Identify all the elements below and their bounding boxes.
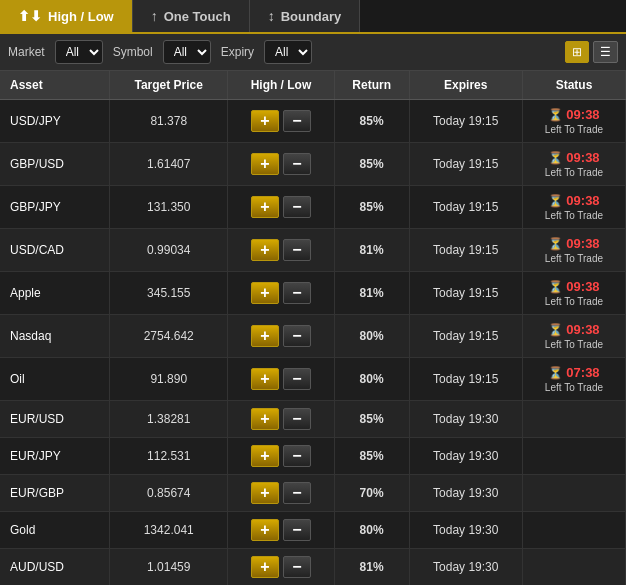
boundary-icon: ↕ xyxy=(268,8,275,24)
return-percent: 81% xyxy=(334,549,409,586)
low-button[interactable]: − xyxy=(283,519,311,541)
high-low-buttons: +− xyxy=(228,229,335,272)
expires-time: Today 19:15 xyxy=(409,143,522,186)
high-button[interactable]: + xyxy=(251,445,279,467)
status-text: Left To Trade xyxy=(545,296,603,307)
target-price: 91.890 xyxy=(110,358,228,401)
high-button[interactable]: + xyxy=(251,482,279,504)
tab-high-low[interactable]: ⬆⬇ High / Low xyxy=(0,0,133,32)
table-row: AUD/USD1.01459+−81%Today 19:30 xyxy=(0,549,626,586)
view-icons: ⊞ ☰ xyxy=(565,41,618,63)
high-low-buttons: +− xyxy=(228,438,335,475)
low-button[interactable]: − xyxy=(283,556,311,578)
tab-boundary[interactable]: ↕ Boundary xyxy=(250,0,361,32)
asset-name: EUR/GBP xyxy=(0,475,110,512)
high-button[interactable]: + xyxy=(251,239,279,261)
expires-time: Today 19:30 xyxy=(409,438,522,475)
status-cell xyxy=(522,438,625,475)
low-button[interactable]: − xyxy=(283,368,311,390)
high-low-buttons: +− xyxy=(228,100,335,143)
tab-one-touch[interactable]: ↑ One Touch xyxy=(133,0,250,32)
expires-time: Today 19:15 xyxy=(409,186,522,229)
high-low-buttons: +− xyxy=(228,186,335,229)
low-button[interactable]: − xyxy=(283,445,311,467)
high-button[interactable]: + xyxy=(251,368,279,390)
symbol-select[interactable]: All xyxy=(163,40,211,64)
status-cell: ⏳09:38Left To Trade xyxy=(522,186,625,229)
return-percent: 70% xyxy=(334,475,409,512)
low-button[interactable]: − xyxy=(283,239,311,261)
high-button[interactable]: + xyxy=(251,325,279,347)
table-row: GBP/JPY131.350+−85%Today 19:15⏳09:38Left… xyxy=(0,186,626,229)
asset-name: USD/CAD xyxy=(0,229,110,272)
expires-time: Today 19:15 xyxy=(409,358,522,401)
table-row: EUR/JPY112.531+−85%Today 19:30 xyxy=(0,438,626,475)
table-header-row: Asset Target Price High / Low Return Exp… xyxy=(0,71,626,100)
status-time: 07:38 xyxy=(566,365,599,380)
status-cell: ⏳09:38Left To Trade xyxy=(522,143,625,186)
low-button[interactable]: − xyxy=(283,153,311,175)
return-percent: 85% xyxy=(334,100,409,143)
col-expires: Expires xyxy=(409,71,522,100)
low-button[interactable]: − xyxy=(283,325,311,347)
status-cell xyxy=(522,512,625,549)
high-button[interactable]: + xyxy=(251,110,279,132)
status-text: Left To Trade xyxy=(545,253,603,264)
table-row: EUR/USD1.38281+−85%Today 19:30 xyxy=(0,401,626,438)
expires-time: Today 19:15 xyxy=(409,100,522,143)
target-price: 1342.041 xyxy=(110,512,228,549)
status-cell: ⏳09:38Left To Trade xyxy=(522,100,625,143)
return-percent: 85% xyxy=(334,143,409,186)
col-status: Status xyxy=(522,71,625,100)
expiry-select[interactable]: All xyxy=(264,40,312,64)
table-row: GBP/USD1.61407+−85%Today 19:15⏳09:38Left… xyxy=(0,143,626,186)
high-button[interactable]: + xyxy=(251,282,279,304)
asset-name: Apple xyxy=(0,272,110,315)
status-time: 09:38 xyxy=(566,193,599,208)
return-percent: 80% xyxy=(334,358,409,401)
status-cell: ⏳07:38Left To Trade xyxy=(522,358,625,401)
tab-bar: ⬆⬇ High / Low ↑ One Touch ↕ Boundary xyxy=(0,0,626,34)
table-row: Apple345.155+−81%Today 19:15⏳09:38Left T… xyxy=(0,272,626,315)
expires-time: Today 19:15 xyxy=(409,229,522,272)
low-button[interactable]: − xyxy=(283,282,311,304)
status-cell xyxy=(522,549,625,586)
target-price: 112.531 xyxy=(110,438,228,475)
table-row: Oil91.890+−80%Today 19:15⏳07:38Left To T… xyxy=(0,358,626,401)
status-text: Left To Trade xyxy=(545,339,603,350)
asset-name: EUR/USD xyxy=(0,401,110,438)
high-button[interactable]: + xyxy=(251,196,279,218)
table-row: EUR/GBP0.85674+−70%Today 19:30 xyxy=(0,475,626,512)
table-row: USD/CAD0.99034+−81%Today 19:15⏳09:38Left… xyxy=(0,229,626,272)
low-button[interactable]: − xyxy=(283,196,311,218)
asset-name: USD/JPY xyxy=(0,100,110,143)
expires-time: Today 19:30 xyxy=(409,475,522,512)
expires-time: Today 19:30 xyxy=(409,512,522,549)
low-button[interactable]: − xyxy=(283,110,311,132)
high-button[interactable]: + xyxy=(251,408,279,430)
list-view-button[interactable]: ☰ xyxy=(593,41,618,63)
col-return: Return xyxy=(334,71,409,100)
return-percent: 81% xyxy=(334,272,409,315)
high-button[interactable]: + xyxy=(251,519,279,541)
col-high-low: High / Low xyxy=(228,71,335,100)
return-percent: 85% xyxy=(334,186,409,229)
high-low-buttons: +− xyxy=(228,143,335,186)
tab-high-low-label: High / Low xyxy=(48,9,114,24)
high-low-buttons: +− xyxy=(228,549,335,586)
tab-one-touch-label: One Touch xyxy=(164,9,231,24)
market-select[interactable]: All xyxy=(55,40,103,64)
hourglass-icon: ⏳ xyxy=(548,323,563,337)
low-button[interactable]: − xyxy=(283,482,311,504)
target-price: 1.61407 xyxy=(110,143,228,186)
target-price: 345.155 xyxy=(110,272,228,315)
low-button[interactable]: − xyxy=(283,408,311,430)
high-low-buttons: +− xyxy=(228,475,335,512)
filter-bar: Market All Symbol All Expiry All ⊞ ☰ xyxy=(0,34,626,71)
high-button[interactable]: + xyxy=(251,153,279,175)
high-button[interactable]: + xyxy=(251,556,279,578)
grid-view-button[interactable]: ⊞ xyxy=(565,41,589,63)
expires-time: Today 19:15 xyxy=(409,272,522,315)
table-row: Gold1342.041+−80%Today 19:30 xyxy=(0,512,626,549)
expires-time: Today 19:30 xyxy=(409,401,522,438)
